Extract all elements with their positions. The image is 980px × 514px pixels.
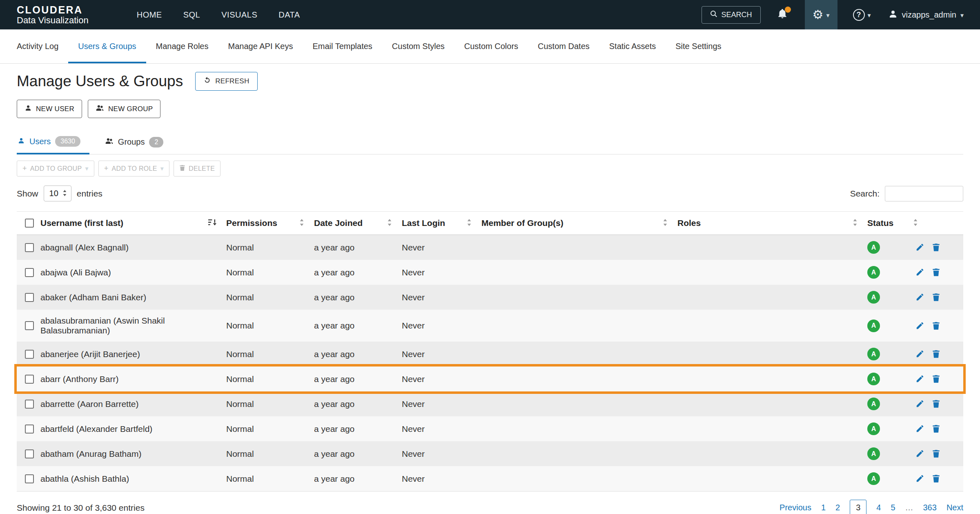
tab-email-templates[interactable]: Email Templates (303, 29, 382, 63)
refresh-button[interactable]: REFRESH (195, 72, 257, 91)
title-row: Manage Users & Groups REFRESH (17, 72, 963, 91)
pagination-page-4[interactable]: 4 (876, 503, 881, 512)
delete-user-button[interactable] (929, 266, 943, 279)
pagination-previous[interactable]: Previous (780, 503, 811, 512)
row-checkbox[interactable] (25, 268, 34, 277)
chevron-down-icon (826, 10, 829, 20)
add-to-group-button[interactable]: ADD TO GROUP (17, 161, 94, 177)
delete-user-button[interactable] (929, 473, 943, 485)
bell-icon (777, 11, 788, 21)
header-permissions[interactable]: Permissions (221, 212, 309, 235)
row-checkbox[interactable] (25, 350, 34, 359)
cell-date-joined: a year ago (314, 243, 354, 252)
edit-user-button[interactable] (913, 472, 927, 485)
create-buttons-row: NEW USER NEW GROUP (17, 100, 963, 118)
header-roles[interactable]: Roles (673, 212, 862, 235)
tab-static-assets[interactable]: Static Assets (599, 29, 666, 63)
edit-user-button[interactable] (913, 291, 927, 303)
tab-manage-roles[interactable]: Manage Roles (146, 29, 218, 63)
delete-user-button[interactable] (929, 320, 943, 332)
header-username[interactable]: Username (first last) (36, 212, 221, 235)
main-content: Manage Users & Groups REFRESH NEW USER N… (0, 72, 980, 514)
header-date-joined-label: Date Joined (314, 218, 363, 228)
add-to-role-label: ADD TO ROLE (112, 165, 157, 172)
nav-item-visuals[interactable]: VISUALS (221, 10, 257, 20)
table-row: abatham (Anurag Batham) Normal a year ag… (17, 441, 963, 466)
edit-user-button[interactable] (913, 241, 927, 253)
cell-last-login: Never (402, 374, 425, 384)
row-checkbox[interactable] (25, 425, 34, 434)
user-icon (888, 9, 898, 21)
edit-user-button[interactable] (913, 373, 927, 385)
select-all-checkbox[interactable] (25, 219, 34, 228)
add-to-group-label: ADD TO GROUP (30, 165, 82, 172)
sort-icon (913, 218, 918, 228)
delete-user-button[interactable] (929, 398, 943, 410)
delete-user-button[interactable] (929, 241, 943, 254)
tab-users-groups[interactable]: Users & Groups (68, 29, 146, 63)
search-button[interactable]: SEARCH (702, 6, 761, 24)
header-last-login[interactable]: Last Login (397, 212, 477, 235)
row-checkbox[interactable] (25, 321, 34, 330)
tab-custom-styles[interactable]: Custom Styles (382, 29, 454, 63)
row-checkbox[interactable] (25, 400, 34, 409)
row-checkbox[interactable] (25, 375, 34, 384)
row-checkbox[interactable] (25, 293, 34, 302)
pagination-page-3[interactable]: 3 (850, 500, 866, 514)
page-size-group: Show 10 entries (17, 185, 102, 201)
tab-custom-dates[interactable]: Custom Dates (528, 29, 599, 63)
cell-permissions: Normal (226, 449, 254, 458)
delete-user-button[interactable] (929, 373, 943, 385)
row-checkbox[interactable] (25, 474, 34, 483)
tab-activity-log[interactable]: Activity Log (7, 29, 68, 63)
cell-username: abagnall (Alex Bagnall) (40, 243, 129, 252)
delete-user-button[interactable] (929, 423, 943, 435)
notifications-button[interactable] (777, 9, 788, 21)
pagination-page-363[interactable]: 363 (923, 503, 937, 512)
table-search-input[interactable] (885, 186, 963, 201)
new-user-button[interactable]: NEW USER (17, 100, 82, 118)
edit-user-button[interactable] (913, 320, 927, 332)
page-size-select[interactable]: 10 (44, 185, 71, 201)
subtab-users-label: Users (29, 137, 51, 146)
nav-item-data[interactable]: DATA (278, 10, 300, 20)
user-menu-button[interactable]: vizapps_admin (888, 9, 964, 21)
add-to-role-button[interactable]: ADD TO ROLE (98, 161, 169, 177)
cell-date-joined: a year ago (314, 349, 354, 359)
header-select-all[interactable] (17, 212, 36, 235)
nav-item-sql[interactable]: SQL (183, 10, 200, 20)
edit-user-button[interactable] (913, 447, 927, 460)
pagination-page-1[interactable]: 1 (821, 503, 826, 512)
brand-logo[interactable]: CLOUDERA Data Visualization (17, 4, 89, 26)
pagination-next[interactable]: Next (947, 503, 963, 512)
subtab-users[interactable]: Users 3630 (17, 136, 89, 154)
tab-manage-api-keys[interactable]: Manage API Keys (218, 29, 303, 63)
tab-site-settings[interactable]: Site Settings (666, 29, 731, 63)
cell-username: abatham (Anurag Batham) (40, 449, 141, 458)
plus-icon (104, 164, 109, 173)
tab-custom-colors[interactable]: Custom Colors (454, 29, 528, 63)
delete-user-button[interactable] (929, 448, 943, 460)
help-menu-button[interactable]: ? (853, 9, 871, 21)
new-group-button[interactable]: NEW GROUP (88, 100, 160, 118)
pagination-page-5[interactable]: 5 (891, 503, 895, 512)
edit-user-button[interactable] (913, 422, 927, 435)
cell-last-login: Never (402, 424, 425, 434)
refresh-button-label: REFRESH (215, 77, 249, 85)
subtab-groups[interactable]: Groups 2 (104, 136, 173, 154)
header-date-joined[interactable]: Date Joined (309, 212, 397, 235)
settings-menu-button[interactable] (805, 0, 837, 29)
row-checkbox[interactable] (25, 449, 34, 458)
row-checkbox[interactable] (25, 243, 34, 252)
chevron-down-icon (868, 10, 871, 20)
delete-user-button[interactable] (929, 348, 943, 360)
bulk-delete-button[interactable]: DELETE (174, 161, 220, 177)
nav-item-home[interactable]: HOME (137, 10, 162, 20)
edit-user-button[interactable] (913, 348, 927, 360)
delete-user-button[interactable] (929, 291, 943, 304)
edit-user-button[interactable] (913, 266, 927, 278)
header-member-of[interactable]: Member of Group(s) (477, 212, 673, 235)
edit-user-button[interactable] (913, 398, 927, 410)
pagination-page-2[interactable]: 2 (835, 503, 840, 512)
header-status[interactable]: Status (862, 212, 908, 235)
